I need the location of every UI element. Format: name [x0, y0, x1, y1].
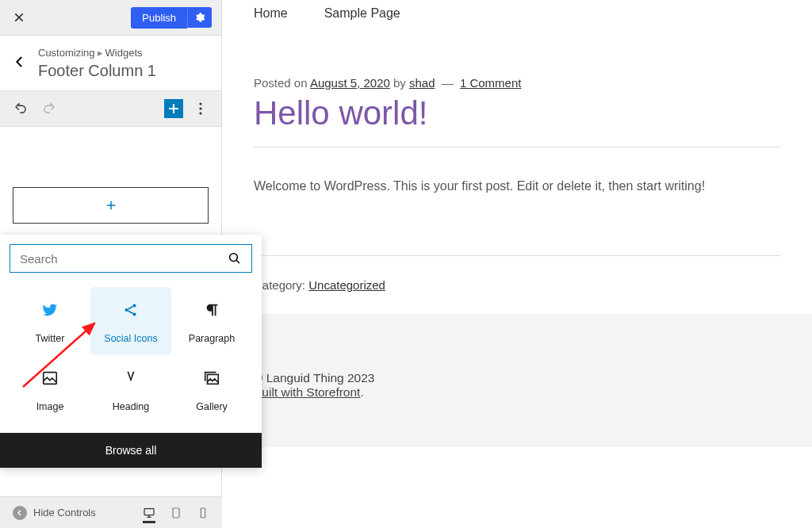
post-comments-link[interactable]: 1 Comment — [460, 76, 522, 90]
svg-point-8 — [133, 304, 136, 307]
block-label: Gallery — [196, 401, 228, 412]
redo-button — [38, 98, 60, 120]
svg-point-0 — [199, 102, 201, 105]
svg-point-7 — [124, 308, 128, 312]
post-date-link[interactable]: August 5, 2020 — [310, 76, 390, 90]
plus-icon — [167, 101, 181, 116]
svg-point-2 — [199, 112, 201, 114]
close-customizer-button[interactable] — [10, 8, 29, 27]
add-block-toolbar-button[interactable] — [164, 99, 183, 118]
share-icon — [122, 298, 140, 322]
mobile-preview-button[interactable] — [197, 507, 209, 519]
site-preview: Home Sample Page Posted on August 5, 202… — [222, 0, 812, 528]
block-heading[interactable]: Heading — [90, 355, 171, 423]
add-block-button[interactable] — [13, 187, 209, 224]
svg-rect-10 — [44, 373, 57, 385]
chevron-left-icon — [13, 55, 27, 69]
block-social-icons[interactable]: Social Icons — [90, 287, 171, 355]
back-button[interactable] — [13, 55, 27, 71]
post-title[interactable]: Hello world! — [254, 94, 780, 132]
tablet-icon — [170, 507, 182, 519]
mobile-icon — [197, 507, 209, 519]
desktop-icon — [143, 507, 155, 519]
svg-point-1 — [199, 107, 201, 109]
breadcrumb: Customizing▸Widgets — [38, 47, 156, 59]
svg-rect-3 — [144, 508, 154, 515]
undo-button[interactable] — [10, 98, 32, 120]
undo-icon — [13, 101, 28, 116]
kebab-icon — [199, 102, 202, 115]
plus-icon — [104, 198, 118, 212]
site-footer: © Languid Thing 2023 Built with Storefro… — [222, 314, 812, 447]
block-label: Paragraph — [189, 333, 235, 344]
redo-icon — [42, 101, 56, 116]
section-title: Footer Column 1 — [38, 62, 156, 80]
block-label: Image — [36, 401, 64, 412]
publish-settings-button[interactable] — [187, 7, 212, 28]
category-link[interactable]: Uncategorized — [308, 278, 385, 292]
svg-point-6 — [230, 254, 238, 262]
heading-icon — [122, 366, 140, 390]
chevron-left-circle-icon — [13, 506, 27, 520]
block-inserter-popover: Twitter Social Icons Paragraph Image Hea… — [0, 235, 262, 468]
block-image[interactable]: Image — [10, 355, 90, 423]
browse-all-button[interactable]: Browse all — [0, 433, 262, 468]
block-gallery[interactable]: Gallery — [171, 355, 252, 423]
block-search-input[interactable] — [20, 252, 228, 266]
hide-controls-button[interactable]: Hide Controls — [13, 506, 96, 520]
desktop-preview-button[interactable] — [143, 507, 155, 523]
post-meta: Posted on August 5, 2020 by shad — 1 Com… — [254, 76, 780, 90]
block-paragraph[interactable]: Paragraph — [171, 287, 252, 355]
post-author-link[interactable]: shad — [409, 76, 435, 90]
paragraph-icon — [203, 298, 220, 322]
post-body: Welcome to WordPress. This is your first… — [254, 179, 780, 193]
block-label: Twitter — [36, 333, 65, 344]
block-label: Heading — [113, 401, 150, 412]
footer-copyright: © Languid Thing 2023 — [254, 371, 780, 385]
nav-home[interactable]: Home — [254, 6, 288, 21]
close-icon — [13, 11, 25, 24]
twitter-icon — [41, 298, 59, 322]
svg-point-9 — [133, 312, 136, 316]
search-icon — [228, 251, 242, 266]
svg-rect-5 — [201, 508, 205, 518]
more-options-button[interactable] — [190, 98, 212, 120]
footer-built-link[interactable]: Built with Storefront — [254, 385, 360, 399]
tablet-preview-button[interactable] — [170, 507, 182, 519]
block-twitter[interactable]: Twitter — [10, 287, 90, 355]
svg-rect-4 — [173, 508, 179, 518]
hide-controls-label: Hide Controls — [33, 507, 96, 518]
image-icon — [41, 366, 59, 390]
nav-sample-page[interactable]: Sample Page — [324, 6, 400, 21]
block-label: Social Icons — [104, 333, 157, 344]
publish-button[interactable]: Publish — [131, 7, 187, 29]
gear-icon — [194, 12, 205, 23]
post-category: Category: Uncategorized — [222, 256, 812, 314]
divider — [254, 147, 780, 147]
gallery-icon — [203, 366, 220, 390]
